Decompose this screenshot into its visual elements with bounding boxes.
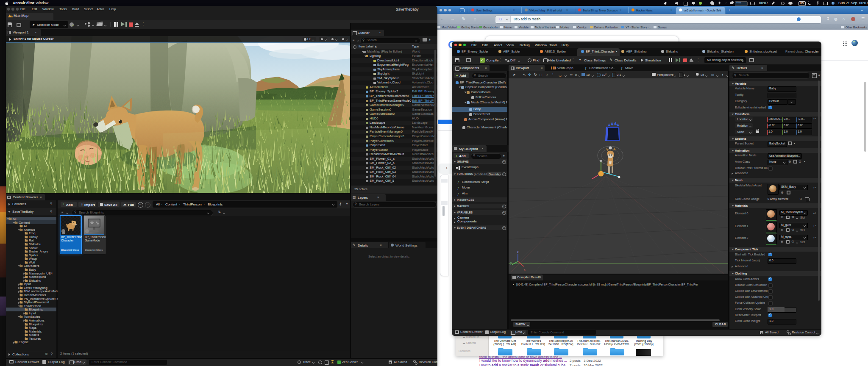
svg-text:z: z	[517, 250, 519, 253]
svg-text:x: x	[524, 268, 526, 271]
svg-text:y: y	[510, 261, 512, 265]
